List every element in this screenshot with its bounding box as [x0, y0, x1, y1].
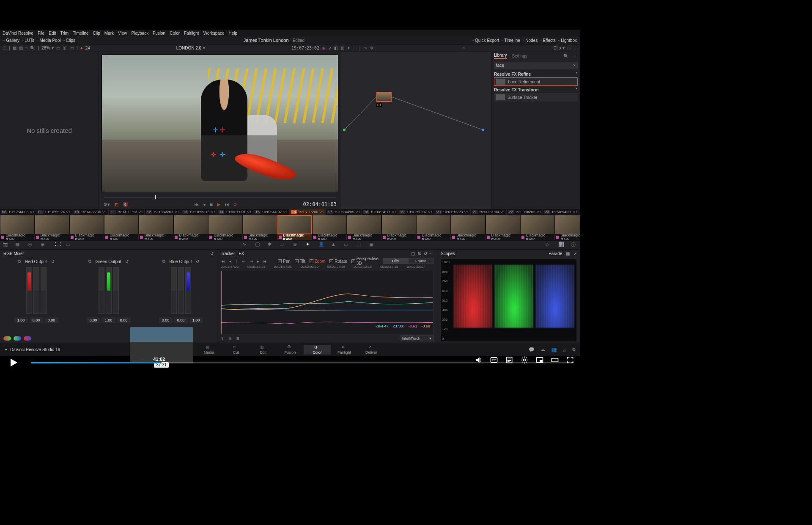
tracker-option-zoom[interactable]: Zoom [310, 256, 326, 266]
mixer-slider[interactable] [99, 267, 104, 314]
track-forward-icon[interactable]: ▸ [257, 259, 259, 264]
clip-header[interactable]: 1019:14:55:06V1 [72, 209, 109, 215]
clip-header[interactable]: 1919:01:50:07V1 [398, 209, 434, 215]
frame-mode-button[interactable]: Frame [408, 258, 433, 264]
search-icon[interactable]: 🔍 [30, 46, 35, 50]
clip-header[interactable]: 2119:00:31:04V1 [471, 209, 507, 215]
swap-gb-icon[interactable] [14, 336, 21, 341]
mixer-slider[interactable] [185, 267, 191, 314]
node-graph-panel[interactable]: 01 [341, 52, 491, 209]
clip-thumbnail[interactable] [381, 215, 416, 234]
mixer-value[interactable]: 0.00 [87, 317, 100, 323]
node-output-icon[interactable]: ◌ [567, 46, 571, 50]
timeline-name-dropdown[interactable]: LONDON 2.0 [176, 46, 205, 50]
track-stepback-icon[interactable]: ⇤ [242, 259, 245, 264]
tracking-icon[interactable]: ⊕ [293, 242, 300, 248]
clip-header[interactable]: 1319:10:55:18V1 [181, 209, 217, 215]
tracker-point-icon[interactable]: ✛ [213, 126, 218, 134]
captions-icon[interactable]: CC [490, 356, 498, 364]
loop-icon[interactable]: ⟳ [233, 202, 237, 207]
menu-timeline[interactable]: Timeline [73, 31, 88, 36]
color-warper-icon[interactable]: ◯ [255, 242, 262, 248]
more-icon[interactable]: ⋯ [353, 46, 357, 50]
clip-header[interactable]: 1419:09:11:01V1 [217, 209, 253, 215]
reset-icon[interactable]: ↺ [51, 259, 55, 264]
clip-thumbnail[interactable] [139, 215, 173, 234]
fx-item-surface-tracker[interactable]: Surface Tracker [494, 93, 578, 102]
gallery-button[interactable]: ▫ Gallery [3, 38, 19, 43]
luts-button[interactable]: ▫ LUTs [22, 38, 34, 43]
curves-icon[interactable]: ∿ [242, 242, 249, 248]
qualifier-icon[interactable]: ✱ [268, 242, 274, 248]
page-deliver[interactable]: ↗Deliver [358, 345, 385, 355]
mixer-value[interactable]: 0.00 [45, 317, 58, 323]
split-icon[interactable]: ▥ [340, 46, 344, 50]
fx-item-face-refinement[interactable]: Face Refinement [494, 77, 578, 86]
settings-gear-icon[interactable] [520, 356, 529, 364]
swap-rg-icon[interactable] [3, 336, 11, 341]
tracker-point-icon[interactable]: ✛ [220, 126, 225, 134]
clip-header[interactable]: 1719:06:44:05V1 [326, 209, 362, 215]
clip-header[interactable]: 1219:13:45:07V1 [145, 209, 181, 215]
page-fairlight[interactable]: ≋Fairlight [331, 345, 358, 355]
pointer-icon[interactable]: ↖ [364, 46, 368, 50]
clip-header[interactable]: 0919:16:55:24V1 [36, 209, 73, 215]
effects-button[interactable]: ▫ Effects [540, 38, 556, 43]
tab-library[interactable]: Library [494, 53, 507, 59]
clip-thumbnail[interactable] [312, 215, 347, 234]
volume-icon[interactable] [475, 356, 483, 364]
clip-thumbnail[interactable] [104, 215, 139, 234]
clip-header[interactable]: 2418:58:17:20V1 [579, 209, 580, 215]
mixer-value[interactable]: 1.00 [189, 317, 203, 323]
clip-thumbnail[interactable] [555, 215, 580, 234]
bsm-icon[interactable]: 👤 [318, 242, 325, 248]
highlight-icon[interactable]: ✦ [347, 46, 350, 50]
swap-rb-icon[interactable] [24, 336, 31, 341]
clip-header[interactable]: 1619:07:15:00V1 [290, 209, 326, 215]
page-fusion[interactable]: ⦿Fusion [277, 345, 304, 355]
collab-icon[interactable]: 👥 [551, 347, 557, 352]
mixer-value[interactable]: 1.00 [14, 317, 28, 323]
tracker-point-icon[interactable]: ✛ [211, 151, 216, 159]
hdr-wheels-icon[interactable]: ◉ [41, 242, 47, 248]
tracker-mode-dropdown[interactable]: IntelliTrack ▾ [400, 335, 433, 341]
tracker-option-pan[interactable]: Pan [278, 256, 291, 266]
camera-raw-icon[interactable]: 📷 [3, 242, 9, 248]
clip-thumbnail[interactable] [277, 215, 312, 234]
clip-header[interactable]: 2019:01:16:23V1 [434, 209, 471, 215]
viewer-scrubber[interactable] [104, 195, 336, 200]
step-back-icon[interactable]: ◂ [203, 202, 206, 207]
home-icon[interactable]: ⌂ [563, 347, 566, 352]
info-icon[interactable]: ⓘ [571, 242, 578, 248]
transcript-icon[interactable] [505, 356, 513, 364]
menu-workspace[interactable]: Workspace [203, 31, 225, 36]
mixer-slider[interactable] [41, 267, 47, 314]
menu-color[interactable]: Color [170, 31, 180, 36]
link-icon[interactable]: ⧉ [18, 259, 21, 264]
timeline-button[interactable]: ▫ Timeline [502, 38, 520, 43]
page-color[interactable]: ◑Color [304, 345, 331, 355]
play-button[interactable] [8, 357, 19, 369]
menu-view[interactable]: View [118, 31, 127, 36]
sizing-icon[interactable]: ⬚ [357, 242, 363, 248]
window-icon[interactable]: ▱ [280, 242, 287, 248]
chat-icon[interactable]: 💬 [529, 347, 535, 352]
clip-header[interactable]: 0819:17:44:08V1 [0, 209, 36, 215]
clip-header[interactable]: 1819:03:14:11V1 [362, 209, 398, 215]
menu-davinci-resolve[interactable]: DaVinci Resolve [3, 31, 33, 36]
zoom-dropdown[interactable]: 28% [41, 46, 54, 50]
more-icon[interactable]: ⋯ [573, 46, 578, 50]
scopes-icon[interactable]: 📊 [558, 242, 565, 248]
go-last-icon[interactable]: ⏭ [225, 202, 229, 207]
cloud-icon[interactable]: ☁ [540, 347, 545, 352]
scope-layout-icon[interactable]: ▦ [566, 251, 570, 256]
cinema-viewer-icon[interactable]: ▭ [70, 46, 74, 50]
menu-trim[interactable]: Trim [60, 31, 69, 36]
more-icon[interactable]: ⋯ [573, 54, 578, 58]
mixer-slider[interactable] [171, 267, 177, 314]
clip-thumbnail[interactable] [520, 215, 555, 234]
keyframes-icon[interactable]: ◇ [546, 242, 552, 248]
menu-clip[interactable]: Clip [93, 31, 100, 36]
quickexport-button[interactable]: ▫ Quick Export [472, 38, 499, 43]
track-first-icon[interactable]: ⏮ [221, 259, 225, 264]
